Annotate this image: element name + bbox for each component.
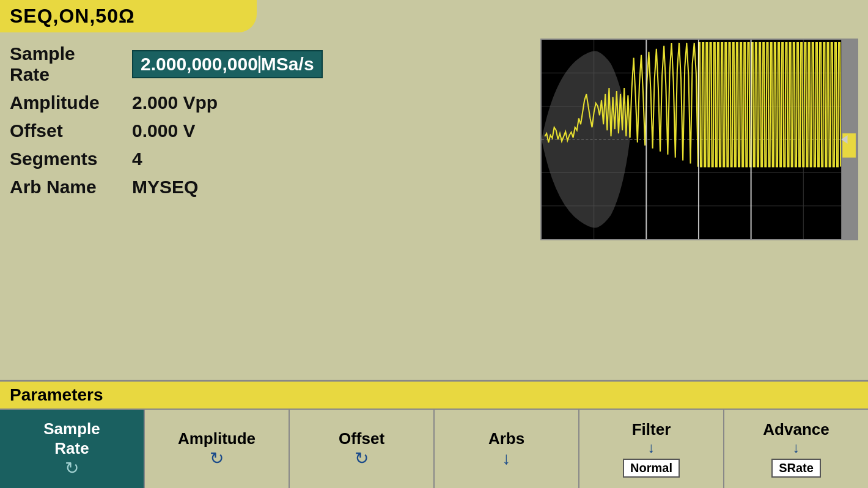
offset-row: Offset 0.000 V [10, 120, 528, 141]
bottom-buttons: SampleRate ↻ Amplitude ↻ Offset ↻ Arbs ↓… [0, 409, 868, 488]
btn-filter-label: Filter [632, 420, 671, 439]
segments-value: 4 [132, 149, 142, 169]
info-panel: Sample Rate 2.000,000,000MSa/s Amplitude… [10, 39, 528, 374]
sample-rate-value: 2.000,000,000 [141, 54, 258, 75]
refresh-icon-offset: ↻ [355, 448, 369, 468]
amplitude-label: Amplitude [10, 92, 120, 113]
screen: SEQ,ON,50Ω Sample Rate 2.000,000,000MSa/… [0, 0, 868, 488]
cursor [259, 56, 260, 73]
sample-rate-unit: MSa/s [261, 54, 314, 75]
refresh-icon-sample-rate: ↻ [65, 458, 79, 478]
btn-advance[interactable]: Advance ↓ SRate [724, 410, 868, 488]
btn-offset-label: Offset [339, 429, 384, 448]
parameters-header: Parameters [0, 382, 868, 409]
btn-advance-value: SRate [771, 459, 821, 478]
segments-row: Segments 4 [10, 149, 528, 169]
btn-filter-sub: ↓ Normal [582, 439, 721, 478]
btn-sample-rate-label: SampleRate [43, 420, 100, 457]
btn-advance-sub: ↓ SRate [727, 439, 866, 478]
refresh-icon-amplitude: ↻ [210, 448, 224, 468]
main-content: Sample Rate 2.000,000,000MSa/s Amplitude… [0, 32, 868, 380]
btn-filter-value: Normal [623, 459, 680, 478]
header-tab: SEQ,ON,50Ω [0, 0, 257, 32]
sample-rate-row: Sample Rate 2.000,000,000MSa/s [10, 43, 528, 85]
waveform-svg [542, 40, 857, 239]
waveform-display [540, 39, 858, 240]
btn-arbs-label: Arbs [488, 429, 524, 448]
btn-arbs[interactable]: Arbs ↓ [435, 410, 579, 488]
segments-label: Segments [10, 149, 120, 169]
arb-name-value: MYSEQ [132, 177, 198, 198]
header-title: SEQ,ON,50Ω [10, 5, 135, 27]
btn-amplitude[interactable]: Amplitude ↻ [145, 410, 290, 488]
sample-rate-label: Sample Rate [10, 43, 120, 85]
bottom-section: Parameters SampleRate ↻ Amplitude ↻ Offs… [0, 380, 868, 488]
arrow-down-icon-arbs: ↓ [502, 449, 511, 468]
arb-name-label: Arb Name [10, 177, 120, 198]
arb-name-row: Arb Name MYSEQ [10, 177, 528, 198]
amplitude-value: 2.000 Vpp [132, 92, 218, 113]
btn-amplitude-label: Amplitude [178, 429, 256, 448]
btn-sample-rate[interactable]: SampleRate ↻ [0, 410, 145, 488]
sample-rate-value-box[interactable]: 2.000,000,000MSa/s [132, 50, 323, 78]
btn-filter[interactable]: Filter ↓ Normal [579, 410, 724, 488]
amplitude-row: Amplitude 2.000 Vpp [10, 92, 528, 113]
arrow-down-icon-advance: ↓ [793, 439, 800, 456]
btn-advance-label: Advance [763, 420, 829, 439]
offset-value: 0.000 V [132, 120, 195, 141]
svg-rect-15 [842, 133, 856, 158]
offset-label: Offset [10, 120, 120, 141]
btn-offset[interactable]: Offset ↻ [290, 410, 435, 488]
arrow-down-icon-filter: ↓ [648, 439, 655, 456]
